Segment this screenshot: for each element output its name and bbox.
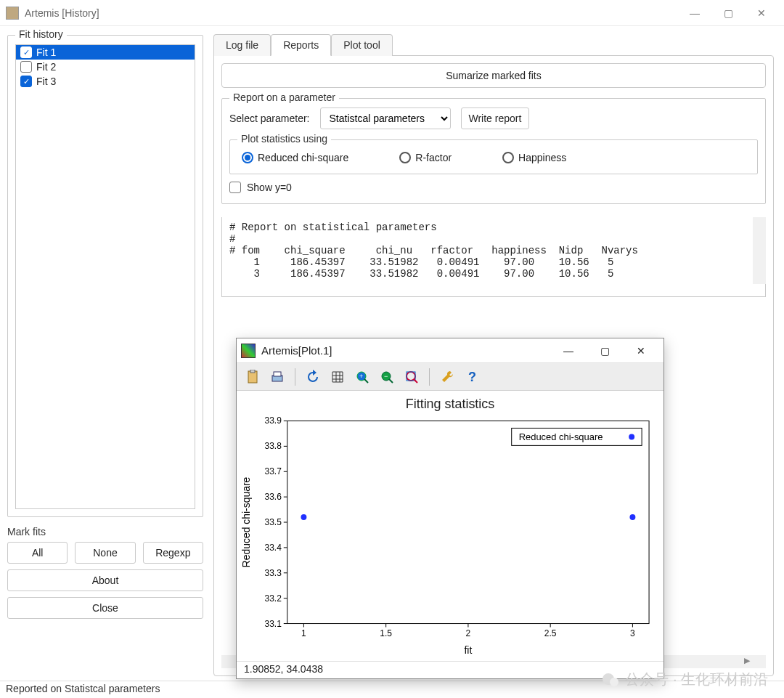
wrench-icon[interactable] [437, 367, 457, 387]
tab-plot-tool[interactable]: Plot tool [331, 34, 393, 56]
fit-item-label: Fit 1 [36, 46, 56, 58]
mark-none-button[interactable]: None [75, 542, 135, 564]
svg-text:33.6: 33.6 [265, 492, 282, 502]
svg-rect-1 [250, 370, 255, 373]
svg-text:3: 3 [630, 628, 635, 638]
fit-item-2[interactable]: Fit 2 [16, 60, 195, 74]
svg-text:Reduced chi-square: Reduced chi-square [519, 431, 603, 442]
clipboard-icon[interactable] [242, 367, 263, 387]
plot-app-icon [241, 344, 256, 358]
refresh-icon[interactable] [303, 367, 323, 387]
svg-text:2.5: 2.5 [544, 628, 557, 638]
close-button[interactable]: ✕ [745, 2, 778, 24]
svg-text:33.3: 33.3 [265, 568, 282, 578]
svg-text:Reduced chi-square: Reduced chi-square [240, 476, 252, 567]
svg-rect-3 [274, 372, 281, 376]
fit-item-check-2[interactable] [20, 61, 32, 73]
svg-text:−: − [384, 373, 388, 380]
plot-close-button[interactable]: ✕ [623, 341, 659, 361]
fit-item-check-1[interactable] [20, 46, 32, 58]
plot-statistics-group: Plot statistics using Reduced chi-square… [229, 139, 758, 174]
report-text-area[interactable]: # Report on statistical parameters # # f… [221, 217, 766, 297]
fit-item-1[interactable]: Fit 1 [16, 45, 195, 60]
app-icon [6, 7, 19, 20]
radio-dot-icon [502, 152, 514, 163]
plot-minimize-button[interactable]: — [550, 341, 587, 361]
status-bar: Reported on Statistcal parameters [0, 681, 784, 698]
window-controls: — ▢ ✕ [678, 2, 778, 24]
write-report-button[interactable]: Write report [461, 107, 530, 129]
plot-titlebar[interactable]: Artemis[Plot.1] — ▢ ✕ [237, 338, 663, 363]
zoom-region-icon[interactable] [401, 367, 422, 387]
radio-dot-icon [242, 152, 253, 163]
plot-window[interactable]: Artemis[Plot.1] — ▢ ✕ + − ? Fitting stat… [236, 338, 664, 679]
summarize-button[interactable]: Sumarize marked fits [221, 63, 766, 88]
show-y0-label: Show y=0 [247, 182, 292, 193]
mark-regexp-button[interactable]: Regexp [143, 542, 203, 564]
svg-rect-23 [287, 421, 649, 623]
fit-item-check-3[interactable] [20, 76, 32, 87]
select-parameter[interactable]: Statistcal parameters [320, 107, 451, 129]
svg-text:33.5: 33.5 [265, 517, 282, 527]
close-panel-button[interactable]: Close [7, 597, 203, 619]
fit-item-3[interactable]: Fit 3 [16, 74, 195, 89]
tab-log-file[interactable]: Log file [213, 34, 271, 56]
svg-text:?: ? [468, 370, 476, 384]
plot-status-bar: 1.90852, 34.0438 [237, 661, 663, 678]
tab-reports[interactable]: Reports [271, 34, 331, 56]
svg-line-16 [389, 379, 393, 383]
svg-text:33.8: 33.8 [265, 441, 282, 451]
fit-item-label: Fit 3 [36, 76, 56, 87]
plot-statistics-legend: Plot statistics using [237, 133, 331, 145]
report-group-legend: Report on a parameter [229, 92, 339, 103]
svg-text:33.2: 33.2 [265, 593, 282, 604]
chart-svg: Fitting statistics33.133.233.333.433.533… [237, 391, 663, 661]
plot-title: Artemis[Plot.1] [261, 344, 550, 357]
svg-point-55 [629, 514, 635, 520]
plot-maximize-button[interactable]: ▢ [587, 341, 623, 361]
left-panel: Fit history Fit 1 Fit 2 Fit 3 [0, 26, 211, 681]
minimize-button[interactable]: — [678, 2, 711, 24]
vertical-scrollbar[interactable] [753, 217, 766, 284]
svg-text:2: 2 [466, 628, 471, 638]
svg-line-13 [364, 379, 368, 383]
mark-all-button[interactable]: All [7, 542, 68, 564]
svg-text:1.5: 1.5 [380, 628, 392, 638]
radio-dot-icon [399, 152, 411, 163]
report-parameter-group: Report on a parameter Select parameter: … [221, 98, 766, 204]
fit-history-list[interactable]: Fit 1 Fit 2 Fit 3 [15, 44, 195, 509]
about-button[interactable]: About [7, 569, 203, 591]
show-y0-checkbox[interactable] [229, 182, 241, 193]
svg-text:1: 1 [301, 628, 306, 638]
zoom-out-icon[interactable]: − [377, 367, 397, 387]
window-title: Artemis [History] [25, 7, 678, 19]
mark-fits-group: Mark fits All None Regexp About Close [7, 526, 203, 619]
fit-history-group: Fit history Fit 1 Fit 2 Fit 3 [7, 35, 203, 517]
plot-toolbar: + − ? [237, 363, 663, 391]
report-text-container: # Report on statistical parameters # # f… [221, 217, 766, 297]
svg-text:fit: fit [464, 644, 472, 656]
svg-point-54 [301, 514, 306, 520]
zoom-in-icon[interactable]: + [352, 367, 372, 387]
fit-history-legend: Fit history [15, 28, 67, 40]
svg-text:Fitting statistics: Fitting statistics [406, 397, 495, 411]
titlebar[interactable]: Artemis [History] — ▢ ✕ [0, 0, 784, 26]
radio-rfactor[interactable]: R-factor [399, 152, 452, 163]
help-icon[interactable]: ? [462, 367, 482, 387]
plot-area[interactable]: Fitting statistics33.133.233.333.433.533… [237, 391, 663, 661]
radio-happiness[interactable]: Happiness [502, 152, 566, 163]
radio-reduced-chi[interactable]: Reduced chi-square [242, 152, 348, 163]
svg-text:33.4: 33.4 [265, 543, 282, 553]
svg-text:+: + [359, 373, 363, 380]
maximize-button[interactable]: ▢ [711, 2, 745, 24]
svg-text:33.7: 33.7 [265, 466, 282, 476]
svg-text:33.1: 33.1 [265, 619, 282, 629]
select-parameter-label: Select parameter: [229, 113, 310, 124]
tab-bar: Log file Reports Plot tool [213, 33, 774, 55]
svg-text:33.9: 33.9 [265, 415, 282, 426]
svg-point-58 [629, 434, 634, 439]
mark-fits-legend: Mark fits [7, 526, 203, 537]
grid-icon[interactable] [327, 367, 348, 387]
print-icon[interactable] [267, 367, 287, 387]
fit-item-label: Fit 2 [36, 61, 56, 73]
